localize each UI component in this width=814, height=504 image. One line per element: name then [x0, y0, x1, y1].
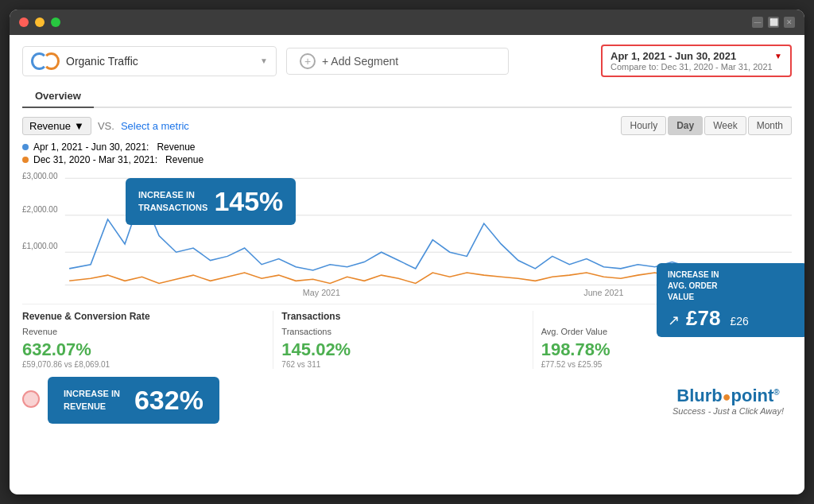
dropdown-arrow-icon: ▼	[74, 120, 84, 132]
close-button[interactable]: ✕	[784, 17, 795, 28]
vs-text: VS.	[98, 120, 114, 132]
y-label-1000: £1,000.00	[22, 242, 58, 250]
time-btn-hourly[interactable]: Hourly	[621, 116, 666, 135]
stats-avg-big: 198.78%	[541, 339, 784, 360]
select-metric-link[interactable]: Select a metric	[121, 120, 189, 132]
stats-col-revenue-header: Revenue & Conversion Rate	[22, 311, 265, 322]
stats-transactions-big: 145.02%	[281, 339, 524, 360]
legend-dot-orange	[22, 157, 29, 163]
logo-text: Blurb●point®	[673, 386, 784, 406]
legend-item-compare: Dec 31, 2020 - Mar 31, 2021: Revenue	[22, 154, 792, 165]
callout-transactions-value: 145%	[214, 186, 283, 217]
date-range-compare: Compare to: Dec 31, 2020 - Mar 31, 2021	[610, 62, 782, 72]
logo-tagline: Success - Just a Click Away!	[673, 406, 784, 416]
main-content: Organic Traffic ▼ + + Add Segment Apr 1,…	[10, 35, 804, 494]
legend-label-compare: Dec 31, 2020 - Mar 31, 2021: Revenue	[33, 154, 204, 165]
segment-selector[interactable]: Organic Traffic ▼	[22, 46, 277, 76]
stats-transactions-detail: 762 vs 311	[281, 360, 524, 369]
controls-row: Revenue ▼ VS. Select a metric Hourly Day…	[22, 116, 792, 135]
bottom-overlay: INCREASE IN REVENUE 632% Blurb●point® Su…	[22, 377, 792, 424]
time-btn-month[interactable]: Month	[748, 116, 792, 135]
svg-text:May 2021: May 2021	[303, 288, 340, 297]
restore-button[interactable]: ⬜	[768, 17, 779, 28]
stats-transactions-sub: Transactions	[281, 327, 524, 336]
blurpoint-logo: Blurb●point® Success - Just a Click Away…	[673, 386, 792, 416]
stats-col-avg: - Avg. Order Value 198.78% £77.52 vs £25…	[533, 311, 792, 369]
callout-avg-order: INCREASE INAVG. ORDERVALUE ↗ £78 £26	[657, 263, 804, 337]
y-label-3000: £3,000.00	[22, 172, 58, 180]
callout-transactions: INCREASE IN TRANSACTIONS 145%	[126, 178, 296, 225]
callout-revenue-label: INCREASE IN REVENUE	[64, 388, 120, 413]
date-arrow-icon: ▼	[774, 52, 782, 60]
stats-row: Revenue & Conversion Rate Revenue 632.07…	[22, 304, 792, 369]
stats-col-transactions: Transactions Transactions 145.02% 762 vs…	[273, 311, 533, 369]
callout-revenue-value: 632%	[134, 385, 204, 416]
chart-legend: Apr 1, 2021 - Jun 30, 2021: Revenue Dec …	[22, 142, 792, 165]
callout-avg-sub: £26	[730, 315, 748, 328]
callout-transactions-label: INCREASE IN TRANSACTIONS	[138, 189, 207, 214]
date-range-main: Apr 1, 2021 - Jun 30, 2021 ▼	[610, 50, 782, 62]
minimize-dot[interactable]	[35, 17, 45, 27]
callout-avg-label: INCREASE INAVG. ORDERVALUE	[668, 269, 797, 303]
titlebar: — ⬜ ✕	[10, 10, 804, 35]
add-segment-button[interactable]: + + Add Segment	[286, 48, 509, 75]
svg-text:June 2021: June 2021	[583, 288, 623, 297]
avg-arrow-icon: ↗	[668, 312, 680, 329]
chart-wrapper: £3,000.00 £2,000.00 £1,000.00 May 2021 J…	[22, 170, 792, 485]
add-icon: +	[300, 53, 316, 69]
callout-revenue: INCREASE IN REVENUE 632%	[48, 377, 219, 424]
stats-avg-detail: £77.52 vs £25.95	[541, 360, 784, 369]
segment-dropdown-arrow: ▼	[260, 56, 268, 65]
stats-revenue-big: 632.07%	[22, 339, 265, 360]
date-range-picker[interactable]: Apr 1, 2021 - Jun 30, 2021 ▼ Compare to:…	[601, 45, 792, 77]
y-label-2000: £2,000.00	[22, 205, 58, 214]
callout-avg-values: ↗ £78 £26	[668, 306, 797, 331]
tab-overview[interactable]: Overview	[22, 85, 94, 108]
app-window: — ⬜ ✕ Organic Traffic ▼ + + Add Segment	[10, 10, 804, 494]
metric-dropdown[interactable]: Revenue ▼	[22, 117, 91, 135]
circle-right	[43, 52, 60, 70]
legend-label-primary: Apr 1, 2021 - Jun 30, 2021: Revenue	[33, 142, 196, 153]
organic-icon	[31, 52, 60, 71]
stats-revenue-detail: £59,070.86 vs £8,069.01	[22, 360, 265, 369]
stats-col-revenue: Revenue & Conversion Rate Revenue 632.07…	[22, 311, 273, 369]
maximize-dot[interactable]	[51, 17, 60, 27]
add-segment-label: + Add Segment	[322, 55, 398, 68]
minimize-button[interactable]: —	[752, 17, 763, 28]
segment-name: Organic Traffic	[66, 55, 254, 68]
segment-bar: Organic Traffic ▼ + + Add Segment Apr 1,…	[22, 45, 792, 77]
callout-avg-big: £78	[686, 306, 720, 331]
stats-col-transactions-header: Transactions	[281, 311, 524, 322]
pink-circle-revenue	[22, 390, 40, 408]
close-dot[interactable]	[19, 17, 29, 27]
time-btn-day[interactable]: Day	[668, 116, 703, 135]
tab-bar: Overview	[22, 85, 792, 108]
time-buttons: Hourly Day Week Month	[621, 116, 792, 135]
time-btn-week[interactable]: Week	[704, 116, 746, 135]
stats-revenue-sub: Revenue	[22, 327, 265, 336]
legend-item-primary: Apr 1, 2021 - Jun 30, 2021: Revenue	[22, 142, 792, 153]
legend-dot-blue	[22, 144, 29, 150]
